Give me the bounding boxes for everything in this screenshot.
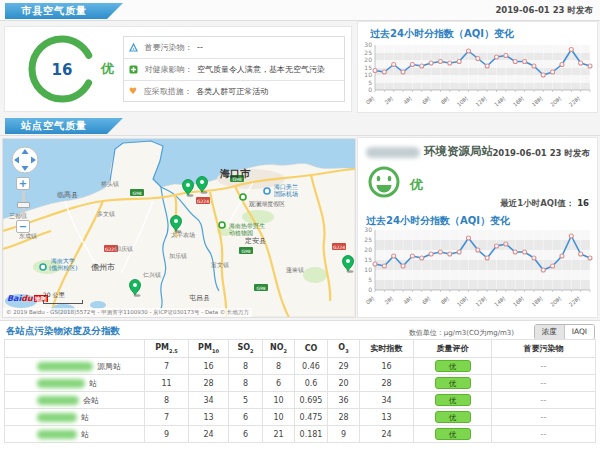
map-label: (儋州校区) xyxy=(49,264,78,272)
value-cell: 21 xyxy=(263,426,295,443)
poi-icon[interactable] xyxy=(40,264,46,270)
value-cell: 0.6 xyxy=(295,375,328,392)
station-name-cell: 站 xyxy=(5,375,145,392)
value-cell: 0.695 xyxy=(295,392,328,409)
zoom-slider[interactable] xyxy=(22,191,25,219)
svg-text:15: 15 xyxy=(364,64,372,71)
svg-text:20时: 20时 xyxy=(549,295,563,308)
section-header-station: 站点空气质量 xyxy=(5,118,123,134)
grade-badge[interactable]: 优 xyxy=(435,360,471,372)
column-header: 首要污染物 xyxy=(492,340,596,358)
value-cell: 9 xyxy=(328,426,360,443)
map-label: 太平农场 xyxy=(171,231,195,239)
svg-text:22时: 22时 xyxy=(568,95,582,108)
value-cell: 34 xyxy=(360,392,414,409)
road-shield: G98 xyxy=(254,284,268,291)
value-cell: 8 xyxy=(145,392,189,409)
grade-badge[interactable]: 优 xyxy=(435,428,471,440)
svg-text:16时: 16时 xyxy=(512,295,526,308)
primary-pollutant-cell: -- xyxy=(492,375,596,392)
svg-text:25: 25 xyxy=(364,49,372,56)
value-cell: 11 xyxy=(145,375,189,392)
value-cell: 8 xyxy=(263,358,295,375)
svg-text:G98: G98 xyxy=(132,191,141,196)
svg-text:16时: 16时 xyxy=(512,95,526,108)
zoom-in-button[interactable]: + xyxy=(16,177,30,190)
station-panel: 环境资源局站 2019-06-01 23 时发布 优 最近1小时AQI值： 16… xyxy=(357,137,598,318)
value-cell: 28 xyxy=(360,375,414,392)
info-label: 应采取措施： xyxy=(144,87,192,96)
zoom-out-button[interactable]: − xyxy=(16,220,30,233)
value-cell: 8 xyxy=(229,375,263,392)
svg-text:5: 5 xyxy=(368,276,372,283)
station-name-cell: 源局站 xyxy=(5,358,145,375)
poi-icon[interactable] xyxy=(219,222,225,228)
svg-text:4时: 4时 xyxy=(402,95,413,106)
baidu-logo: Baidu地图 xyxy=(7,294,48,304)
value-cell: 13 xyxy=(360,409,414,426)
station-name-cell: 站 xyxy=(5,409,145,426)
zoom-slider-handle[interactable] xyxy=(17,202,30,208)
value-cell: 0.46 xyxy=(295,358,328,375)
value-cell: 0.475 xyxy=(295,409,328,426)
info-value: 各类人群可正常活动 xyxy=(196,87,268,96)
poi-icon[interactable] xyxy=(264,188,270,194)
aqi-chart-station: 0510152025300时2时4时6时8时10时12时14时16时18时20时… xyxy=(360,226,596,314)
map-scale-label: 20 公里 xyxy=(43,291,65,298)
svg-text:0时: 0时 xyxy=(365,295,376,306)
value-cell: 10 xyxy=(263,392,295,409)
road-shield: G224 xyxy=(196,197,210,204)
svg-text:25: 25 xyxy=(364,236,372,243)
table-row: 站1128860.62028优-- xyxy=(5,375,596,392)
grade-cell: 优 xyxy=(414,426,492,443)
station-name-cell: 站 xyxy=(5,426,145,443)
column-header: CO xyxy=(295,340,328,358)
aqi-grade: 优 xyxy=(101,60,114,78)
svg-text:8时: 8时 xyxy=(440,95,451,106)
unit-note: 数值单位：μg/m3(CO为mg/m3) xyxy=(409,328,514,338)
grade-cell: 优 xyxy=(414,375,492,392)
air-quality-dashboard: 市县空气质量 2019-06-01 23 时发布 16 优 首要污染物： -- xyxy=(0,0,600,450)
aqi-value: 16 xyxy=(31,61,93,79)
pollutant-table-section: 各站点污染物浓度及分指数 数值单位：μg/m3(CO为mg/m3) 浓度 IAQ… xyxy=(0,320,600,450)
map-label: 和庆镇 xyxy=(115,245,133,252)
svg-text:6时: 6时 xyxy=(421,95,432,106)
primary-pollutant-cell: -- xyxy=(492,409,596,426)
grade-badge[interactable]: 优 xyxy=(435,377,471,389)
map-zoom-control[interactable]: + − xyxy=(16,177,31,233)
aqi-gauge: 16 xyxy=(17,31,113,109)
map-panel[interactable]: G98G98G98G98G224G225G224 海口市海口美兰国际机场观澜湖度… xyxy=(2,138,356,318)
info-label: 首要污染物： xyxy=(145,43,193,52)
city-aqi-panel: 16 优 首要污染物： -- 对健康影响： 空气质量令人满意，基本无空气污染 xyxy=(4,26,352,112)
map-pan-control[interactable] xyxy=(10,145,40,179)
svg-text:0: 0 xyxy=(368,286,372,293)
svg-text:G98: G98 xyxy=(256,286,265,291)
svg-text:22时: 22时 xyxy=(568,295,582,308)
info-value: 空气质量令人满意，基本无空气污染 xyxy=(197,65,325,74)
toggle-iaqi[interactable]: IAQI xyxy=(565,325,594,339)
toggle-concentration[interactable]: 浓度 xyxy=(535,325,565,339)
station-name-cell: 会站 xyxy=(5,392,145,409)
redacted-station-name xyxy=(37,430,77,439)
grade-badge[interactable]: 优 xyxy=(435,411,471,423)
svg-text:20: 20 xyxy=(364,56,372,63)
redacted-station-prefix xyxy=(366,147,420,158)
table-row: 站7136100.4752813优-- xyxy=(5,409,596,426)
redacted-station-name xyxy=(37,362,93,371)
map-label: 东成镇 xyxy=(19,232,37,239)
grade-badge[interactable]: 优 xyxy=(435,394,471,406)
map-label: 国际机场 xyxy=(274,190,298,198)
svg-text:12时: 12时 xyxy=(474,95,488,108)
svg-text:2时: 2时 xyxy=(384,95,395,106)
svg-text:4时: 4时 xyxy=(402,295,413,306)
table-header-row: PM2.5PM10SO2NO2COO3实时指数质量评价首要污染物 xyxy=(5,340,596,358)
primary-pollutant-cell: -- xyxy=(492,392,596,409)
table-row: 站9246210.181924优-- xyxy=(5,426,596,443)
svg-text:20: 20 xyxy=(364,246,372,253)
value-cell: 6 xyxy=(229,426,263,443)
grade-cell: 优 xyxy=(414,409,492,426)
value-cell: 28 xyxy=(328,409,360,426)
poi-icon[interactable] xyxy=(240,194,246,200)
svg-text:20时: 20时 xyxy=(549,95,563,108)
value-cell: 6 xyxy=(229,409,263,426)
